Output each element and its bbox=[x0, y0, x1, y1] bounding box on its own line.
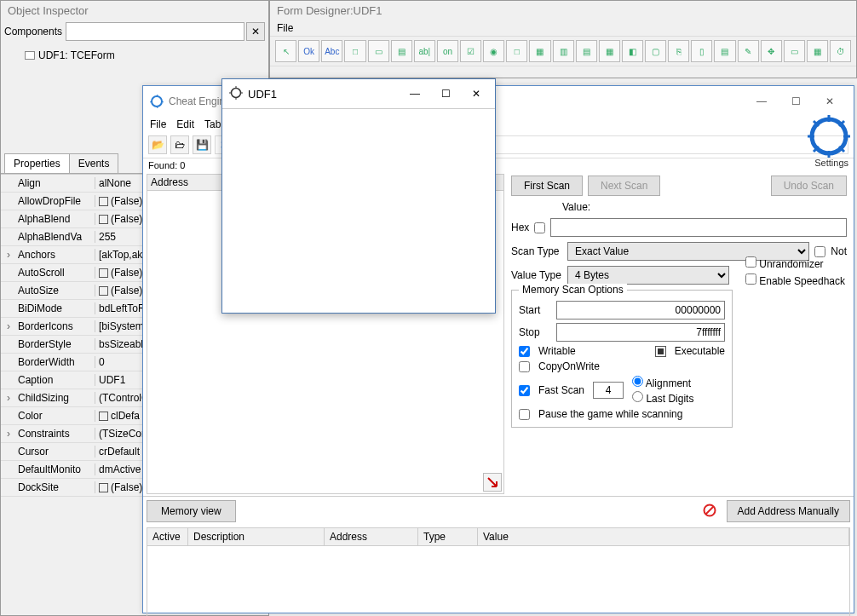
palette-tool[interactable]: □ bbox=[506, 40, 527, 62]
settings-label[interactable]: Settings bbox=[814, 158, 848, 168]
property-name: AllowDropFile bbox=[16, 195, 95, 207]
last-digits-radio[interactable] bbox=[632, 391, 643, 402]
ce-logo-icon[interactable] bbox=[808, 115, 850, 158]
palette-tool[interactable]: ◉ bbox=[483, 40, 504, 62]
palette-tool[interactable]: ▦ bbox=[807, 40, 828, 62]
open-file-button[interactable]: 🗁 bbox=[170, 135, 189, 154]
unrandomizer-checkbox[interactable] bbox=[745, 256, 756, 268]
tab-events[interactable]: Events bbox=[69, 153, 119, 173]
palette-tool[interactable]: ▭ bbox=[368, 40, 389, 62]
not-checkbox[interactable] bbox=[814, 246, 825, 257]
value-type-select[interactable]: 4 Bytes bbox=[567, 266, 729, 285]
palette-tool[interactable]: ⎘ bbox=[668, 40, 689, 62]
hex-checkbox[interactable] bbox=[534, 222, 545, 233]
alignment-radio-option[interactable]: Alignment bbox=[632, 376, 693, 389]
palette-tool[interactable]: ↖ bbox=[275, 40, 296, 62]
alignment-radio[interactable] bbox=[632, 376, 643, 387]
copyonwrite-option[interactable]: CopyOnWrite bbox=[519, 360, 725, 372]
maximize-button[interactable]: ☐ bbox=[779, 91, 813, 112]
th-description[interactable]: Description bbox=[188, 528, 325, 545]
palette-tool[interactable]: ▯ bbox=[691, 40, 712, 62]
palette-tool[interactable]: Ok bbox=[298, 40, 319, 62]
palette-tool[interactable]: ☑ bbox=[460, 40, 481, 62]
palette-tool[interactable]: ab| bbox=[414, 40, 435, 62]
expand-icon[interactable]: › bbox=[1, 320, 16, 332]
palette-tool[interactable]: ▢ bbox=[645, 40, 666, 62]
close-button[interactable]: ✕ bbox=[813, 91, 847, 112]
writable-option[interactable]: Writable bbox=[519, 345, 576, 357]
palette-tool[interactable]: on bbox=[437, 40, 458, 62]
memory-view-button[interactable]: Memory view bbox=[147, 500, 236, 522]
th-address[interactable]: Address bbox=[325, 528, 418, 545]
stop-input[interactable] bbox=[556, 323, 725, 342]
th-active[interactable]: Active bbox=[147, 528, 188, 545]
property-name: DockSite bbox=[16, 481, 95, 493]
udf1-design-surface[interactable] bbox=[222, 108, 495, 311]
fast-scan-checkbox[interactable] bbox=[519, 385, 530, 396]
checkbox-icon[interactable] bbox=[99, 197, 108, 206]
udf1-minimize-button[interactable]: — bbox=[400, 84, 430, 103]
speedhack-option[interactable]: Enable Speedhack bbox=[745, 273, 845, 287]
palette-tool[interactable]: ▭ bbox=[784, 40, 805, 62]
th-type[interactable]: Type bbox=[418, 528, 478, 545]
copyonwrite-checkbox[interactable] bbox=[519, 361, 530, 372]
menu-file[interactable]: File bbox=[150, 118, 166, 130]
start-input[interactable] bbox=[556, 301, 725, 320]
palette-tool[interactable]: ▤ bbox=[391, 40, 412, 62]
palette-tool[interactable]: ◧ bbox=[622, 40, 643, 62]
th-value[interactable]: Value bbox=[478, 528, 849, 545]
executable-tristate[interactable] bbox=[655, 346, 666, 357]
no-scan-icon[interactable] bbox=[700, 501, 719, 520]
checkbox-icon[interactable] bbox=[99, 215, 108, 224]
checkbox-icon[interactable] bbox=[99, 268, 108, 278]
writable-checkbox[interactable] bbox=[519, 346, 530, 357]
fast-scan-option[interactable]: Fast Scan bbox=[519, 384, 584, 396]
tree-item-udf1[interactable]: UDF1: TCEForm bbox=[8, 48, 262, 63]
pause-checkbox[interactable] bbox=[519, 409, 530, 420]
color-swatch-icon[interactable] bbox=[99, 412, 108, 421]
value-input[interactable] bbox=[550, 218, 847, 237]
first-scan-button[interactable]: First Scan bbox=[511, 176, 583, 196]
fast-scan-value-input[interactable] bbox=[593, 382, 624, 399]
palette-tool[interactable]: ✎ bbox=[738, 40, 759, 62]
property-name: BiDiMode bbox=[16, 302, 95, 314]
undo-scan-button[interactable]: Undo Scan bbox=[771, 176, 847, 196]
udf1-design-window[interactable]: UDF1 — ☐ ✕ bbox=[221, 78, 496, 314]
palette-tool[interactable]: ▦ bbox=[599, 40, 620, 62]
add-to-list-button[interactable] bbox=[483, 473, 502, 492]
next-scan-button[interactable]: Next Scan bbox=[588, 176, 660, 196]
open-process-button[interactable]: 📂 bbox=[148, 135, 167, 154]
menu-file[interactable]: File bbox=[277, 22, 293, 34]
save-button[interactable]: 💾 bbox=[193, 135, 211, 154]
property-name: Constraints bbox=[16, 428, 95, 440]
property-name: Cursor bbox=[16, 446, 95, 458]
expand-icon[interactable]: › bbox=[1, 428, 16, 440]
palette-tool[interactable]: ▦ bbox=[529, 40, 550, 62]
checkbox-icon[interactable] bbox=[99, 286, 108, 296]
pause-option[interactable]: Pause the game while scanning bbox=[519, 408, 725, 420]
palette-tool[interactable]: ▥ bbox=[553, 40, 574, 62]
last-digits-radio-option[interactable]: Last Digits bbox=[632, 391, 693, 405]
address-list-table[interactable]: Active Description Address Type Value bbox=[147, 527, 850, 616]
speedhack-checkbox[interactable] bbox=[745, 273, 756, 285]
components-clear-button[interactable]: ✕ bbox=[246, 22, 265, 41]
palette-tool[interactable]: Abc bbox=[321, 40, 342, 62]
executable-option[interactable]: Executable bbox=[655, 345, 725, 357]
palette-tool[interactable]: □ bbox=[344, 40, 365, 62]
tab-properties[interactable]: Properties bbox=[4, 153, 70, 173]
palette-tool[interactable]: ▤ bbox=[714, 40, 735, 62]
checkbox-icon[interactable] bbox=[99, 483, 108, 492]
palette-tool[interactable]: ⏱ bbox=[830, 40, 851, 62]
unrandomizer-option[interactable]: Unrandomizer bbox=[745, 256, 845, 270]
components-input[interactable] bbox=[66, 22, 244, 41]
minimize-button[interactable]: — bbox=[745, 91, 779, 112]
udf1-close-button[interactable]: ✕ bbox=[461, 84, 492, 103]
menu-tab[interactable]: Tab bbox=[204, 118, 221, 130]
menu-edit[interactable]: Edit bbox=[176, 118, 194, 130]
expand-icon[interactable]: › bbox=[1, 392, 16, 404]
add-address-manually-button[interactable]: Add Address Manually bbox=[727, 500, 850, 522]
palette-tool[interactable]: ▤ bbox=[576, 40, 597, 62]
udf1-maximize-button[interactable]: ☐ bbox=[430, 84, 461, 103]
expand-icon[interactable]: › bbox=[1, 249, 16, 261]
palette-tool[interactable]: ✥ bbox=[761, 40, 782, 62]
